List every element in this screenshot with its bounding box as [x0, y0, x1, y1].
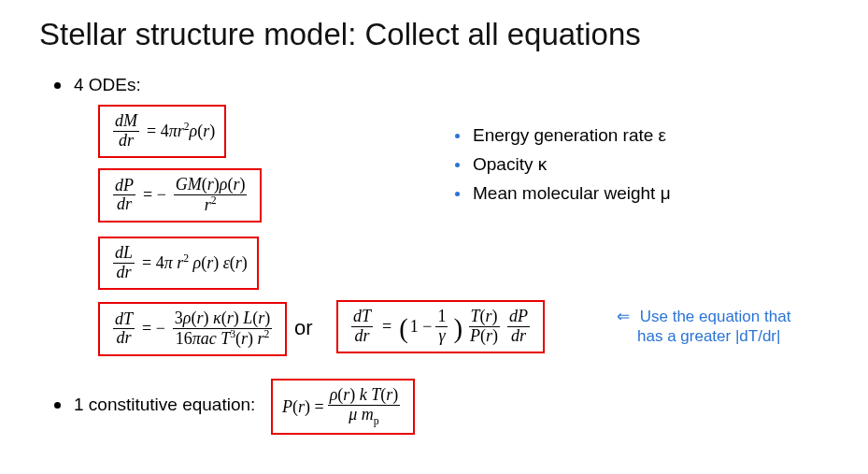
eos-rhs-num: ρ(r) k T(r)	[328, 386, 401, 406]
bullet-icon	[54, 402, 61, 409]
odes-label: 4 ODEs:	[74, 75, 141, 95]
lum-lhs-num: dL	[113, 244, 135, 264]
side-item-mu: Mean molecular weight μ	[455, 183, 671, 204]
conv-frac1-num: T(r)	[469, 308, 500, 327]
or-label: or	[294, 316, 313, 340]
hydro-lhs-num: dP	[113, 177, 135, 196]
rad-lhs-den: dr	[115, 329, 134, 348]
mass-lhs-den: dr	[117, 132, 135, 151]
bullet-icon	[455, 192, 460, 196]
hint-line1: Use the equation that	[640, 308, 791, 325]
lum-rhs: = 4π r2 ρ(r) ε(r)	[142, 252, 248, 273]
rad-sign: = −	[142, 319, 165, 338]
hydro-rhs-num: GM(r)ρ(r)	[174, 176, 248, 195]
bullet-icon	[54, 82, 61, 89]
bullet-odes: 4 ODEs:	[54, 75, 141, 95]
bullet-icon	[455, 163, 460, 167]
conv-inner-num: 1	[435, 308, 448, 327]
bullet-icon	[455, 134, 460, 138]
equation-eos: P(r) = ρ(r) k T(r) μ mp	[271, 379, 415, 435]
side-item-epsilon: Energy generation rate ε	[455, 125, 666, 146]
hydro-sign: = −	[143, 185, 166, 205]
rad-rhs-num: 3ρ(r) κ(r) L(r)	[173, 309, 272, 329]
side-epsilon-text: Energy generation rate ε	[473, 125, 666, 146]
conv-frac1-den: P(r)	[468, 327, 500, 346]
conv-lhs-den: dr	[353, 327, 372, 346]
hint-text: ⇐ Use the equation that has a greater |d…	[617, 307, 790, 347]
side-item-opacity: Opacity κ	[455, 154, 547, 175]
equation-convective-gradient: dT dr = ( 1 − 1 γ ) T(r) P(r) dP dr	[336, 300, 545, 353]
rad-lhs-num: dT	[113, 310, 135, 330]
eos-lhs: P(r) =	[282, 397, 324, 417]
lum-lhs-den: dr	[115, 264, 134, 282]
conv-frac2-den: dr	[509, 327, 528, 346]
rad-rhs-den: 16πac T3(r) r2	[174, 329, 272, 349]
equation-hydrostatic: dP dr = − GM(r)ρ(r) r2	[98, 168, 262, 223]
conv-sign: =	[382, 317, 391, 337]
hint-line2: has a greater |dT/dr|	[637, 327, 780, 345]
conv-paren-lead: 1 −	[410, 317, 433, 337]
bullet-constitutive: 1 constitutive equation:	[54, 395, 255, 415]
left-arrow-icon: ⇐	[617, 307, 630, 326]
conv-lhs-num: dT	[351, 308, 373, 327]
side-opacity-text: Opacity κ	[473, 154, 547, 175]
mass-rhs: = 4πr2ρ(r)	[147, 121, 215, 141]
conv-inner-den: γ	[436, 327, 447, 346]
side-mu-text: Mean molecular weight μ	[473, 183, 671, 204]
equation-luminosity: dL dr = 4π r2 ρ(r) ε(r)	[98, 237, 259, 290]
conv-frac2-num: dP	[507, 308, 530, 327]
equation-mass: dM dr = 4πr2ρ(r)	[98, 105, 226, 158]
equation-radiative-gradient: dT dr = − 3ρ(r) κ(r) L(r) 16πac T3(r) r2	[98, 302, 287, 356]
hydro-rhs-den: r2	[203, 195, 219, 215]
eos-rhs-den: μ mp	[347, 406, 380, 427]
hydro-lhs-den: dr	[115, 195, 134, 214]
slide-title: Stellar structure model: Collect all equ…	[39, 17, 641, 52]
mass-lhs-num: dM	[113, 112, 139, 132]
constitutive-label: 1 constitutive equation:	[74, 395, 255, 415]
slide: Stellar structure model: Collect all equ…	[0, 0, 868, 474]
